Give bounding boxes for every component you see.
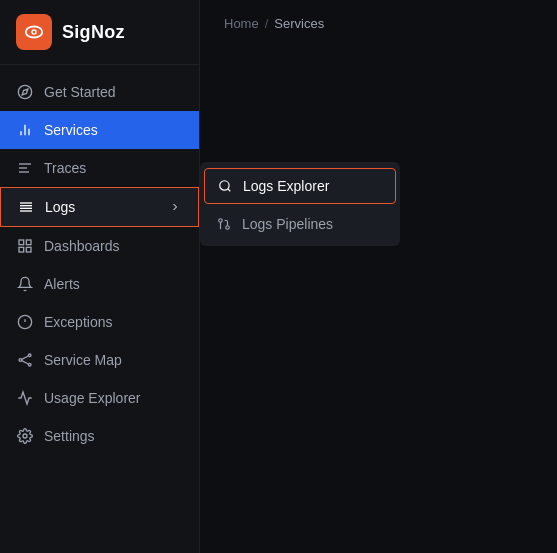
logs-icon	[17, 198, 35, 216]
sidebar-item-usage-explorer[interactable]: Usage Explorer	[0, 379, 199, 417]
svg-line-25	[22, 356, 29, 359]
svg-point-28	[220, 181, 229, 190]
sidebar-item-label: Alerts	[44, 276, 183, 292]
sidebar-item-services[interactable]: Services	[0, 111, 199, 149]
sidebar-item-label: Exceptions	[44, 314, 183, 330]
svg-line-26	[22, 361, 29, 364]
pipelines-icon	[216, 216, 232, 232]
sidebar-item-exceptions[interactable]: Exceptions	[0, 303, 199, 341]
svg-point-30	[226, 226, 230, 230]
sidebar-item-traces[interactable]: Traces	[0, 149, 199, 187]
app-title: SigNoz	[62, 22, 125, 43]
sidebar-item-label: Get Started	[44, 84, 183, 100]
sidebar-item-logs[interactable]: Logs	[0, 187, 199, 227]
breadcrumb-separator: /	[265, 16, 269, 31]
bar-chart-icon	[16, 121, 34, 139]
breadcrumb: Home / Services	[200, 0, 557, 39]
traces-icon	[16, 159, 34, 177]
svg-line-29	[228, 189, 231, 192]
svg-rect-16	[26, 240, 31, 245]
svg-rect-15	[19, 240, 24, 245]
svg-point-23	[28, 354, 31, 357]
sidebar-item-alerts[interactable]: Alerts	[0, 265, 199, 303]
settings-icon	[16, 427, 34, 445]
nav-items: Get Started Services Trace	[0, 65, 199, 553]
svg-rect-18	[26, 247, 31, 252]
svg-point-22	[19, 359, 22, 362]
compass-icon	[16, 83, 34, 101]
breadcrumb-home[interactable]: Home	[224, 16, 259, 31]
submenu-item-label: Logs Pipelines	[242, 216, 333, 232]
main-content: Home / Services Logs Explorer	[200, 0, 557, 553]
svg-marker-4	[22, 89, 28, 95]
sidebar-item-label: Logs	[45, 199, 158, 215]
usage-explorer-icon	[16, 389, 34, 407]
logo-icon	[16, 14, 52, 50]
logo-area: SigNoz	[0, 0, 199, 65]
svg-point-2	[33, 31, 36, 34]
search-icon	[217, 178, 233, 194]
sidebar-item-label: Services	[44, 122, 183, 138]
submenu-item-logs-pipelines[interactable]: Logs Pipelines	[200, 206, 400, 242]
svg-point-24	[28, 363, 31, 366]
sidebar-item-settings[interactable]: Settings	[0, 417, 199, 455]
chevron-right-icon	[168, 200, 182, 214]
sidebar: SigNoz Get Started Services	[0, 0, 200, 553]
breadcrumb-current: Services	[274, 16, 324, 31]
sidebar-item-label: Traces	[44, 160, 183, 176]
exceptions-icon	[16, 313, 34, 331]
dashboards-icon	[16, 237, 34, 255]
svg-point-31	[219, 219, 223, 223]
sidebar-item-get-started[interactable]: Get Started	[0, 73, 199, 111]
submenu-item-logs-explorer[interactable]: Logs Explorer	[204, 168, 396, 204]
sidebar-item-service-map[interactable]: Service Map	[0, 341, 199, 379]
sidebar-item-label: Dashboards	[44, 238, 183, 254]
svg-point-3	[18, 85, 31, 98]
sidebar-item-label: Service Map	[44, 352, 183, 368]
svg-rect-17	[19, 247, 24, 252]
sidebar-item-dashboards[interactable]: Dashboards	[0, 227, 199, 265]
sidebar-item-label: Settings	[44, 428, 183, 444]
signoz-eye-icon	[23, 21, 45, 43]
sidebar-item-label: Usage Explorer	[44, 390, 183, 406]
alerts-icon	[16, 275, 34, 293]
service-map-icon	[16, 351, 34, 369]
logs-submenu: Logs Explorer Logs Pipelines	[200, 162, 400, 246]
svg-point-27	[23, 434, 27, 438]
submenu-item-label: Logs Explorer	[243, 178, 329, 194]
